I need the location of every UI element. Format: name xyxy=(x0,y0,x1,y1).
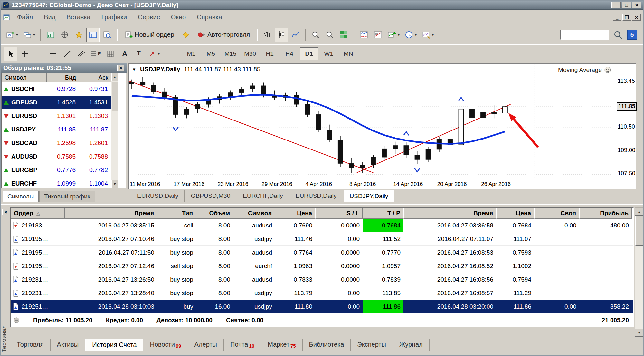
text-tool-button[interactable]: A xyxy=(118,47,131,61)
cursor-tool-button[interactable] xyxy=(4,47,17,61)
chart-tab-3[interactable]: EURUSD,Daily xyxy=(290,190,343,202)
timeframe-m30[interactable]: M30 xyxy=(241,47,259,60)
text-label-tool-button[interactable]: T xyxy=(132,47,146,61)
scrollbar-track[interactable] xyxy=(635,246,643,329)
line-chart-button[interactable] xyxy=(289,28,302,42)
menu-item-6[interactable]: Справка xyxy=(191,10,227,25)
shapes-tool-button[interactable] xyxy=(104,47,117,61)
candlestick-chart-button[interactable] xyxy=(275,28,288,42)
symbol-row[interactable]: GBPUSD1.45281.4531 xyxy=(2,96,111,109)
chart-tab-0[interactable]: EURUSD,Daily xyxy=(131,190,185,202)
terminal-tab-3[interactable]: Новости99 xyxy=(143,339,188,351)
data-window-toggle[interactable] xyxy=(58,28,71,42)
zoom-in-button[interactable] xyxy=(309,28,322,42)
market-watch-tab-1[interactable]: Тиковый график xyxy=(39,191,95,202)
terminal-tab-0[interactable]: Торговля xyxy=(10,339,51,351)
menu-item-3[interactable]: Графики xyxy=(96,10,133,25)
scroll-up-icon[interactable]: ▲ xyxy=(111,73,118,81)
timeframe-d1[interactable]: D1 xyxy=(300,47,318,60)
terminal-scrollbar[interactable]: ▲ ▼ xyxy=(635,207,644,337)
terminal-tab-2[interactable]: История Счета xyxy=(85,339,143,351)
column-header-2[interactable]: Тип xyxy=(157,208,196,219)
templates-button[interactable]: ▾ xyxy=(420,28,436,42)
market-watch-tab-0[interactable]: Символы xyxy=(3,191,39,202)
metaeditor-button[interactable] xyxy=(179,28,193,42)
terminal-tab-1[interactable]: Активы xyxy=(51,339,86,351)
column-header-8[interactable]: Время xyxy=(403,208,496,219)
history-row[interactable]: 219231…2016.04.27 13:28:40buy stop8.00us… xyxy=(11,286,633,300)
timeframe-m1[interactable]: M1 xyxy=(182,47,200,60)
column-header-7[interactable]: T / P xyxy=(363,208,403,219)
symbol-row[interactable]: EURGBP0.77760.7782 xyxy=(2,163,111,177)
new-chart-button[interactable]: ▾ xyxy=(4,28,20,42)
terminal-tab-4[interactable]: Алерты xyxy=(188,339,224,351)
scroll-up-icon[interactable]: ▲ xyxy=(635,208,643,216)
terminal-tab-5[interactable]: Почта10 xyxy=(224,339,261,351)
timeframe-h4[interactable]: H4 xyxy=(280,47,298,60)
notifications-badge[interactable]: 5 xyxy=(627,30,637,40)
minimize-button[interactable]: _ xyxy=(611,2,621,8)
terminal-tab-9[interactable]: Журнал xyxy=(393,339,430,351)
chart-plot[interactable]: ▼ USDJPY,Daily 111.44 111.87 111.43 111.… xyxy=(129,64,616,179)
scroll-down-icon[interactable]: ▼ xyxy=(111,180,118,188)
timeframe-h1[interactable]: H1 xyxy=(260,47,279,60)
column-header-6[interactable]: S / L xyxy=(315,208,363,219)
menu-item-1[interactable]: Вид xyxy=(38,10,61,25)
profiles-button[interactable]: ▾ xyxy=(21,28,37,42)
menu-item-0[interactable]: Файл xyxy=(12,10,38,25)
column-header-4[interactable]: Символ xyxy=(233,208,275,219)
objects-list-button[interactable] xyxy=(371,28,385,42)
close-button[interactable]: ✕ xyxy=(632,2,641,8)
navigator-toggle[interactable] xyxy=(72,28,86,42)
symbol-row[interactable]: EURCHF1.09991.1004 xyxy=(2,177,111,188)
arrows-tool-button[interactable]: ▾ xyxy=(146,47,162,61)
scrollbar-track[interactable] xyxy=(111,112,118,180)
column-header-10[interactable]: Своп xyxy=(534,208,579,219)
terminal-tab-6[interactable]: Маркет75 xyxy=(261,339,302,351)
menu-item-4[interactable]: Сервис xyxy=(132,10,166,25)
scrollbar-thumb[interactable] xyxy=(635,216,643,246)
symbol-row[interactable]: AUDUSD0.75850.7588 xyxy=(2,150,111,163)
terminal-toggle[interactable] xyxy=(86,28,100,42)
chart-tab-1[interactable]: GBPUSD,M30 xyxy=(185,190,236,202)
periods-button[interactable]: ▾ xyxy=(402,28,419,42)
child-close-button[interactable]: ✕ xyxy=(632,14,641,21)
symbol-row[interactable]: EURUSD1.13011.1303 xyxy=(2,109,111,123)
tile-windows-button[interactable] xyxy=(337,28,351,42)
history-row[interactable]: 219195…2016.04.27 07:12:46sell stop8.00e… xyxy=(11,259,633,273)
collapse-icon[interactable]: ▼ xyxy=(132,67,136,72)
history-row[interactable]: 219195…2016.04.27 07:11:50buy stop8.00au… xyxy=(11,246,633,259)
channel-tool-button[interactable] xyxy=(75,47,88,61)
history-row[interactable]: 219183…2016.04.27 03:35:15sell8.00audusd… xyxy=(11,219,633,232)
history-row[interactable]: 219231…2016.04.27 13:26:50buy stop8.00au… xyxy=(11,273,633,286)
child-minimize-button[interactable]: _ xyxy=(613,14,621,21)
chart-tab-4[interactable]: USDJPY,Daily xyxy=(344,190,394,202)
indicator-window-button[interactable] xyxy=(357,28,371,42)
child-restore-button[interactable]: ❐ xyxy=(622,14,631,21)
strategy-tester-toggle[interactable] xyxy=(100,28,114,42)
history-row[interactable]: 219251…2016.04.28 03:10:03buy16.00usdjpy… xyxy=(11,300,633,313)
price-axis[interactable]: 113.45111.85110.50109.00107.50 xyxy=(616,64,636,179)
column-header-5[interactable]: Цена xyxy=(275,208,315,219)
crosshair-tool-button[interactable] xyxy=(18,47,32,61)
column-header-9[interactable]: Цена xyxy=(496,208,534,219)
scroll-down-icon[interactable]: ▼ xyxy=(635,329,643,337)
fibonacci-tool-button[interactable]: F xyxy=(89,47,103,61)
search-icon[interactable] xyxy=(613,30,623,40)
menu-item-5[interactable]: Окно xyxy=(166,10,191,25)
symbol-row[interactable]: USDJPY111.85111.87 xyxy=(2,123,111,136)
zoom-out-button[interactable] xyxy=(323,28,336,42)
timeframe-mn[interactable]: MN xyxy=(339,47,357,60)
market-watch-scrollbar[interactable]: ▲ ▼ xyxy=(111,73,118,188)
symbol-row[interactable]: USDCAD1.25981.2601 xyxy=(2,136,111,150)
symbol-row[interactable]: USDCHF0.97280.9731 xyxy=(2,82,111,96)
indicators-button[interactable]: ▾ xyxy=(385,28,402,42)
timeframe-m15[interactable]: M15 xyxy=(221,47,240,60)
trendline-tool-button[interactable] xyxy=(61,47,74,61)
column-header-3[interactable]: Объем xyxy=(196,208,233,219)
timeframe-m5[interactable]: M5 xyxy=(202,47,220,60)
scrollbar-thumb[interactable] xyxy=(112,82,118,111)
timeframe-w1[interactable]: W1 xyxy=(319,47,338,60)
chart-tab-2[interactable]: EURCHF,Daily xyxy=(237,190,289,202)
column-header-0[interactable]: Ордер△ xyxy=(11,208,65,219)
